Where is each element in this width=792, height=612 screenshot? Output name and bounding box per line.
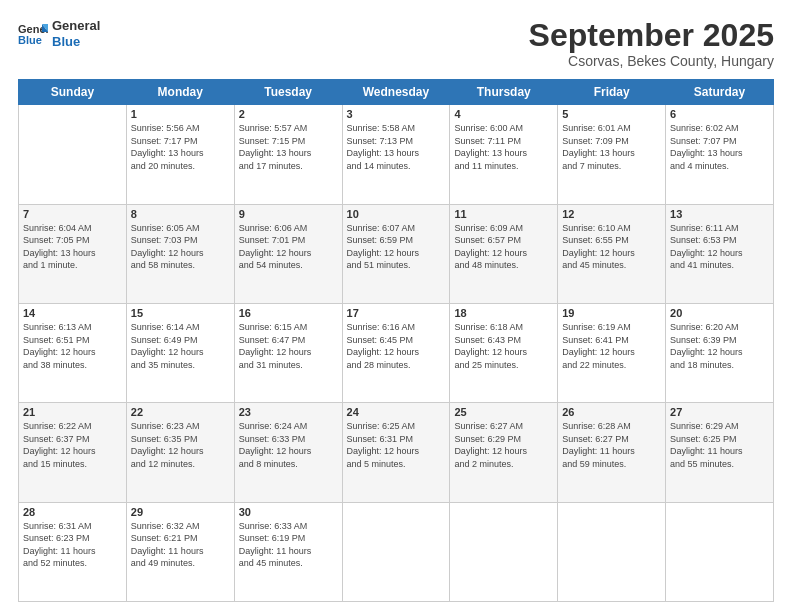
day-info: Sunrise: 6:06 AMSunset: 7:01 PMDaylight:…: [239, 222, 338, 272]
day-info: Sunrise: 6:15 AMSunset: 6:47 PMDaylight:…: [239, 321, 338, 371]
table-row: 12Sunrise: 6:10 AMSunset: 6:55 PMDayligh…: [558, 204, 666, 303]
logo-line2: Blue: [52, 34, 100, 50]
calendar-week-row: 14Sunrise: 6:13 AMSunset: 6:51 PMDayligh…: [19, 303, 774, 402]
day-number: 12: [562, 208, 661, 220]
day-number: 21: [23, 406, 122, 418]
title-block: September 2025 Csorvas, Bekes County, Hu…: [529, 18, 774, 69]
calendar-table: Sunday Monday Tuesday Wednesday Thursday…: [18, 79, 774, 602]
day-number: 13: [670, 208, 769, 220]
day-number: 27: [670, 406, 769, 418]
day-info: Sunrise: 5:58 AMSunset: 7:13 PMDaylight:…: [347, 122, 446, 172]
table-row: [450, 502, 558, 601]
table-row: 15Sunrise: 6:14 AMSunset: 6:49 PMDayligh…: [126, 303, 234, 402]
day-number: 3: [347, 108, 446, 120]
day-number: 11: [454, 208, 553, 220]
day-number: 1: [131, 108, 230, 120]
day-number: 22: [131, 406, 230, 418]
calendar-week-row: 21Sunrise: 6:22 AMSunset: 6:37 PMDayligh…: [19, 403, 774, 502]
header-wednesday: Wednesday: [342, 80, 450, 105]
table-row: 21Sunrise: 6:22 AMSunset: 6:37 PMDayligh…: [19, 403, 127, 502]
day-number: 5: [562, 108, 661, 120]
table-row: 10Sunrise: 6:07 AMSunset: 6:59 PMDayligh…: [342, 204, 450, 303]
day-info: Sunrise: 6:31 AMSunset: 6:23 PMDaylight:…: [23, 520, 122, 570]
svg-text:Blue: Blue: [18, 34, 42, 46]
day-info: Sunrise: 6:18 AMSunset: 6:43 PMDaylight:…: [454, 321, 553, 371]
calendar-week-row: 28Sunrise: 6:31 AMSunset: 6:23 PMDayligh…: [19, 502, 774, 601]
table-row: 11Sunrise: 6:09 AMSunset: 6:57 PMDayligh…: [450, 204, 558, 303]
day-info: Sunrise: 6:02 AMSunset: 7:07 PMDaylight:…: [670, 122, 769, 172]
day-number: 28: [23, 506, 122, 518]
table-row: 9Sunrise: 6:06 AMSunset: 7:01 PMDaylight…: [234, 204, 342, 303]
day-info: Sunrise: 6:29 AMSunset: 6:25 PMDaylight:…: [670, 420, 769, 470]
day-info: Sunrise: 6:07 AMSunset: 6:59 PMDaylight:…: [347, 222, 446, 272]
day-info: Sunrise: 6:09 AMSunset: 6:57 PMDaylight:…: [454, 222, 553, 272]
day-number: 10: [347, 208, 446, 220]
day-info: Sunrise: 6:28 AMSunset: 6:27 PMDaylight:…: [562, 420, 661, 470]
table-row: 7Sunrise: 6:04 AMSunset: 7:05 PMDaylight…: [19, 204, 127, 303]
day-info: Sunrise: 6:05 AMSunset: 7:03 PMDaylight:…: [131, 222, 230, 272]
day-number: 2: [239, 108, 338, 120]
table-row: 23Sunrise: 6:24 AMSunset: 6:33 PMDayligh…: [234, 403, 342, 502]
day-info: Sunrise: 6:11 AMSunset: 6:53 PMDaylight:…: [670, 222, 769, 272]
table-row: 18Sunrise: 6:18 AMSunset: 6:43 PMDayligh…: [450, 303, 558, 402]
day-info: Sunrise: 5:56 AMSunset: 7:17 PMDaylight:…: [131, 122, 230, 172]
header-thursday: Thursday: [450, 80, 558, 105]
table-row: 22Sunrise: 6:23 AMSunset: 6:35 PMDayligh…: [126, 403, 234, 502]
table-row: 26Sunrise: 6:28 AMSunset: 6:27 PMDayligh…: [558, 403, 666, 502]
location: Csorvas, Bekes County, Hungary: [529, 53, 774, 69]
day-info: Sunrise: 6:25 AMSunset: 6:31 PMDaylight:…: [347, 420, 446, 470]
table-row: 27Sunrise: 6:29 AMSunset: 6:25 PMDayligh…: [666, 403, 774, 502]
table-row: [558, 502, 666, 601]
day-info: Sunrise: 6:04 AMSunset: 7:05 PMDaylight:…: [23, 222, 122, 272]
header: General Blue General Blue September 2025…: [18, 18, 774, 69]
day-info: Sunrise: 6:14 AMSunset: 6:49 PMDaylight:…: [131, 321, 230, 371]
day-info: Sunrise: 6:27 AMSunset: 6:29 PMDaylight:…: [454, 420, 553, 470]
day-number: 15: [131, 307, 230, 319]
table-row: 30Sunrise: 6:33 AMSunset: 6:19 PMDayligh…: [234, 502, 342, 601]
logo-icon: General Blue: [18, 22, 48, 46]
logo-line1: General: [52, 18, 100, 34]
day-info: Sunrise: 6:00 AMSunset: 7:11 PMDaylight:…: [454, 122, 553, 172]
day-info: Sunrise: 6:01 AMSunset: 7:09 PMDaylight:…: [562, 122, 661, 172]
day-info: Sunrise: 5:57 AMSunset: 7:15 PMDaylight:…: [239, 122, 338, 172]
table-row: 14Sunrise: 6:13 AMSunset: 6:51 PMDayligh…: [19, 303, 127, 402]
day-number: 18: [454, 307, 553, 319]
table-row: 20Sunrise: 6:20 AMSunset: 6:39 PMDayligh…: [666, 303, 774, 402]
day-info: Sunrise: 6:32 AMSunset: 6:21 PMDaylight:…: [131, 520, 230, 570]
day-number: 29: [131, 506, 230, 518]
calendar-page: General Blue General Blue September 2025…: [0, 0, 792, 612]
day-number: 19: [562, 307, 661, 319]
day-number: 26: [562, 406, 661, 418]
day-info: Sunrise: 6:13 AMSunset: 6:51 PMDaylight:…: [23, 321, 122, 371]
table-row: 28Sunrise: 6:31 AMSunset: 6:23 PMDayligh…: [19, 502, 127, 601]
day-info: Sunrise: 6:10 AMSunset: 6:55 PMDaylight:…: [562, 222, 661, 272]
day-number: 9: [239, 208, 338, 220]
day-number: 4: [454, 108, 553, 120]
logo: General Blue General Blue: [18, 18, 100, 49]
table-row: 3Sunrise: 5:58 AMSunset: 7:13 PMDaylight…: [342, 105, 450, 204]
table-row: 1Sunrise: 5:56 AMSunset: 7:17 PMDaylight…: [126, 105, 234, 204]
table-row: 25Sunrise: 6:27 AMSunset: 6:29 PMDayligh…: [450, 403, 558, 502]
day-number: 30: [239, 506, 338, 518]
day-info: Sunrise: 6:33 AMSunset: 6:19 PMDaylight:…: [239, 520, 338, 570]
day-number: 7: [23, 208, 122, 220]
day-number: 6: [670, 108, 769, 120]
day-info: Sunrise: 6:23 AMSunset: 6:35 PMDaylight:…: [131, 420, 230, 470]
calendar-week-row: 7Sunrise: 6:04 AMSunset: 7:05 PMDaylight…: [19, 204, 774, 303]
day-info: Sunrise: 6:19 AMSunset: 6:41 PMDaylight:…: [562, 321, 661, 371]
day-number: 17: [347, 307, 446, 319]
header-tuesday: Tuesday: [234, 80, 342, 105]
table-row: 24Sunrise: 6:25 AMSunset: 6:31 PMDayligh…: [342, 403, 450, 502]
day-number: 8: [131, 208, 230, 220]
header-saturday: Saturday: [666, 80, 774, 105]
month-title: September 2025: [529, 18, 774, 53]
table-row: 5Sunrise: 6:01 AMSunset: 7:09 PMDaylight…: [558, 105, 666, 204]
table-row: 17Sunrise: 6:16 AMSunset: 6:45 PMDayligh…: [342, 303, 450, 402]
day-info: Sunrise: 6:22 AMSunset: 6:37 PMDaylight:…: [23, 420, 122, 470]
table-row: 2Sunrise: 5:57 AMSunset: 7:15 PMDaylight…: [234, 105, 342, 204]
table-row: 16Sunrise: 6:15 AMSunset: 6:47 PMDayligh…: [234, 303, 342, 402]
day-number: 14: [23, 307, 122, 319]
day-number: 23: [239, 406, 338, 418]
header-friday: Friday: [558, 80, 666, 105]
day-number: 24: [347, 406, 446, 418]
